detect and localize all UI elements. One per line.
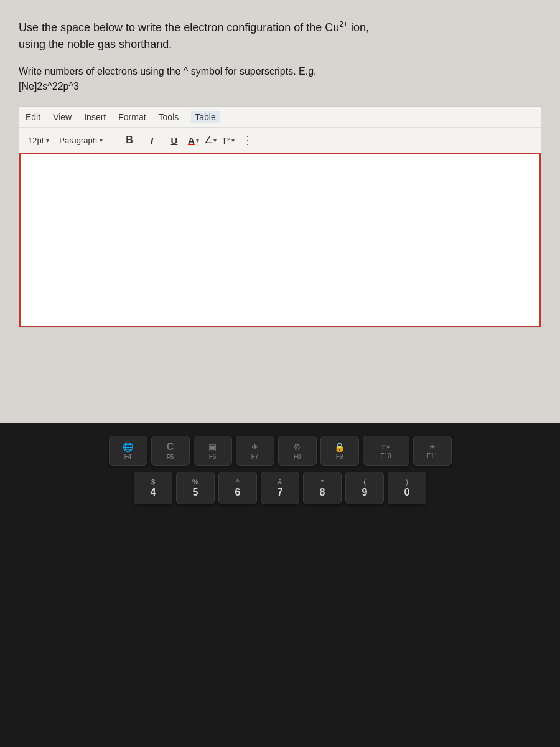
font-color-button[interactable]: A ▾	[188, 135, 199, 146]
f7-label: F7	[251, 453, 259, 460]
question-text: Use the space below to write the electro…	[19, 19, 541, 53]
key-6[interactable]: ^ 6	[218, 472, 257, 504]
paragraph-dropdown[interactable]: Paragraph ▾	[57, 134, 105, 146]
instruction-text: Write numbers of electrons using the ^ s…	[19, 64, 541, 94]
menu-format[interactable]: Format	[118, 112, 146, 122]
screen-area: Use the space below to write the electro…	[0, 0, 560, 423]
highlight-button[interactable]: ∠ ▾	[204, 134, 217, 146]
key-6-sym: ^	[236, 478, 239, 486]
toolbar-divider-1	[113, 133, 113, 147]
f10-label: F10	[380, 453, 391, 459]
fn-key-row: 🌐 F4 C F5 ▣ F6 ✈ F7 ⚙ F8 🔒 F9 □▪ F10 ☀	[109, 436, 452, 466]
more-options-button[interactable]: ⋮	[242, 133, 253, 147]
menu-view[interactable]: View	[53, 112, 72, 122]
superscript-label: T²	[222, 135, 230, 146]
font-size-dropdown[interactable]: 12pt ▾	[26, 134, 52, 146]
superscript-button[interactable]: T² ▾	[222, 135, 235, 146]
key-f7[interactable]: ✈ F7	[236, 436, 274, 466]
f8-icon: ⚙	[293, 442, 301, 452]
key-9-num: 9	[362, 487, 368, 498]
f10-icon: □▪	[382, 443, 390, 451]
key-5-sym: %	[192, 478, 198, 486]
key-f4[interactable]: 🌐 F4	[109, 436, 147, 466]
menu-edit[interactable]: Edit	[26, 112, 40, 122]
font-size-value: 12pt	[28, 136, 44, 145]
f11-label: F11	[427, 453, 437, 459]
number-key-row: $ 4 % 5 ^ 6 & 7 * 8 ( 9 ) 0	[134, 472, 426, 504]
highlight-label: ∠	[204, 134, 212, 146]
key-f11[interactable]: ☀ F11	[413, 436, 452, 466]
key-f5[interactable]: C F5	[151, 436, 190, 466]
key-0-sym: )	[406, 478, 408, 486]
font-color-label: A	[188, 135, 195, 146]
key-7-sym: &	[278, 478, 282, 486]
f8-label: F8	[294, 453, 301, 460]
menu-insert[interactable]: Insert	[84, 112, 106, 122]
f4-icon: 🌐	[123, 442, 133, 452]
key-4-sym: $	[151, 478, 155, 486]
menu-tools[interactable]: Tools	[159, 112, 179, 122]
editor-container: Edit View Insert Format Tools Table 12pt…	[19, 106, 541, 328]
menu-table[interactable]: Table	[191, 111, 219, 123]
f5-icon: C	[167, 441, 174, 453]
paragraph-chevron: ▾	[100, 137, 103, 144]
key-f8[interactable]: ⚙ F8	[278, 436, 317, 466]
f11-icon: ☀	[429, 442, 436, 451]
f9-label: F9	[336, 453, 343, 460]
editor-content-area[interactable]	[19, 153, 541, 327]
italic-button[interactable]: I	[143, 131, 161, 149]
key-7[interactable]: & 7	[261, 472, 299, 504]
f5-label: F5	[167, 454, 174, 461]
f6-label: F6	[209, 453, 217, 460]
key-f9[interactable]: 🔒 F9	[320, 436, 359, 466]
key-8-sym: *	[321, 478, 324, 486]
font-size-chevron: ▾	[46, 137, 49, 144]
paragraph-value: Paragraph	[59, 136, 97, 145]
key-8[interactable]: * 8	[303, 472, 342, 504]
key-0[interactable]: ) 0	[388, 472, 426, 504]
key-7-num: 7	[278, 487, 283, 498]
editor-toolbar: 12pt ▾ Paragraph ▾ B I U A ▾ ∠ ▾ T² ▾	[19, 128, 541, 153]
font-color-chevron: ▾	[196, 137, 199, 144]
f7-icon: ✈	[251, 442, 259, 452]
f9-icon: 🔒	[334, 442, 345, 452]
f4-label: F4	[124, 453, 132, 460]
key-8-num: 8	[320, 487, 325, 498]
key-5[interactable]: % 5	[176, 472, 215, 504]
f6-icon: ▣	[208, 442, 217, 452]
key-5-num: 5	[193, 487, 198, 498]
key-0-num: 0	[404, 487, 410, 498]
editor-menubar: Edit View Insert Format Tools Table	[19, 107, 541, 128]
superscript-chevron: ▾	[231, 137, 235, 144]
key-4-num: 4	[151, 487, 156, 498]
key-9-sym: (	[363, 478, 366, 486]
bold-button[interactable]: B	[121, 131, 138, 149]
key-f10[interactable]: □▪ F10	[363, 436, 409, 466]
highlight-chevron: ▾	[213, 137, 217, 144]
key-4[interactable]: $ 4	[134, 472, 172, 504]
underline-button[interactable]: U	[166, 131, 183, 149]
keyboard-area: 🌐 F4 C F5 ▣ F6 ✈ F7 ⚙ F8 🔒 F9 □▪ F10 ☀	[0, 423, 560, 747]
key-6-num: 6	[235, 487, 241, 498]
key-f6[interactable]: ▣ F6	[194, 436, 232, 466]
key-9[interactable]: ( 9	[345, 472, 384, 504]
